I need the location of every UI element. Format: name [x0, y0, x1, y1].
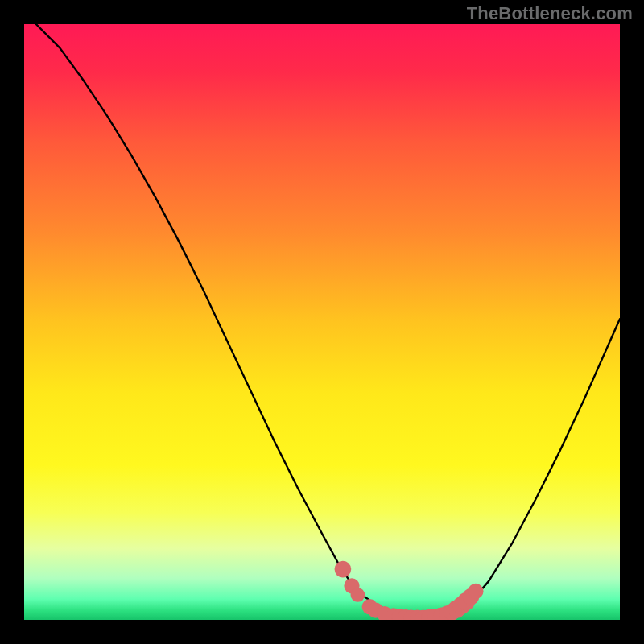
curve-marker	[468, 584, 483, 599]
chart-background	[24, 24, 620, 620]
curve-marker	[335, 561, 352, 578]
watermark-text: TheBottleneck.com	[467, 3, 633, 24]
page-root: TheBottleneck.com	[0, 0, 644, 644]
curve-marker	[351, 588, 365, 602]
bottleneck-chart	[24, 24, 620, 620]
